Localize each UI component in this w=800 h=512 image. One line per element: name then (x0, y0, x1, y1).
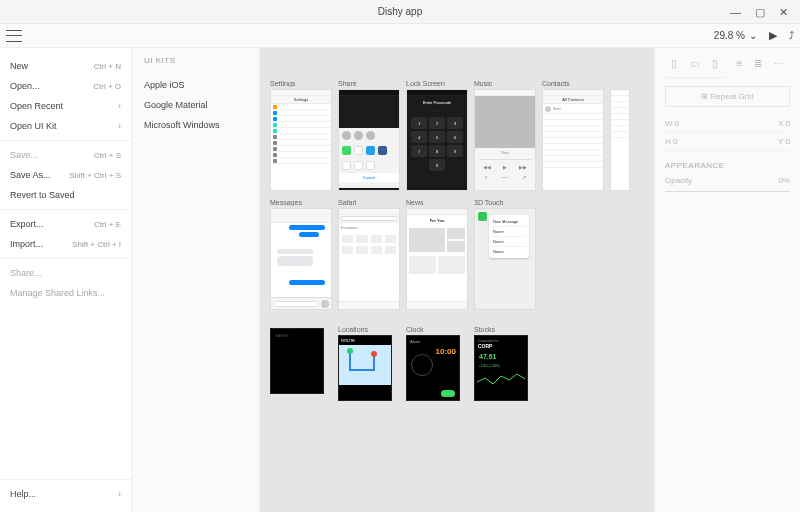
messages-icon (478, 212, 487, 221)
minimize-button[interactable]: — (730, 6, 741, 18)
artboard-messages[interactable]: Messages (270, 199, 332, 310)
inspector-panel: ▯▭▯ ≡≣⋯ ⊞ Repeat Grid W 0X 0 H 0Y 0 APPE… (654, 48, 800, 512)
title-bar: Dishy app — ▢ ✕ (0, 0, 800, 24)
share-button[interactable]: ⤴ (789, 30, 794, 41)
toolbar: 29.8 % ⌄ ▶ ⤴ (0, 24, 800, 48)
size-row-h[interactable]: H 0Y 0 (665, 133, 790, 151)
uikit-item-google[interactable]: Google Material (144, 95, 247, 115)
menu-shared-links[interactable]: Manage Shared Links... (0, 283, 131, 303)
window-title: Dishy app (378, 6, 422, 17)
menu-open-uikit[interactable]: Open UI Kit› (0, 116, 131, 136)
artboard-music[interactable]: Music Text ◀◀▶▶▶ ♫──↗ (474, 80, 536, 191)
menu-import[interactable]: Import...Shift + Ctrl + I (0, 234, 131, 254)
artboard-lockscreen[interactable]: Lock Screen Enter Passcode ○ ○ ○ ○ 123 4… (406, 80, 468, 191)
artboard-clock[interactable]: Clock Alarm 10:00 (406, 326, 468, 401)
repeat-grid-button[interactable]: ⊞ Repeat Grid (665, 86, 790, 107)
window-controls: — ▢ ✕ (730, 0, 796, 24)
menu-open-recent[interactable]: Open Recent› (0, 96, 131, 116)
canvas[interactable]: Settings Settings Share (260, 48, 654, 512)
zoom-control[interactable]: 29.8 % ⌄ (714, 30, 757, 41)
uikit-item-apple[interactable]: Apple iOS (144, 75, 247, 95)
appearance-header: APPEARANCE (665, 161, 790, 170)
menu-new[interactable]: NewCtrl + N (0, 56, 131, 76)
artboard-3dtouch[interactable]: 3D Touch New Message Name Name Name (474, 199, 536, 310)
menu-revert[interactable]: Revert to Saved (0, 185, 131, 205)
menu-help[interactable]: Help...› (0, 484, 131, 504)
artboard-news[interactable]: News For You (406, 199, 468, 310)
chevron-down-icon: ⌄ (749, 30, 757, 41)
opacity-slider[interactable] (665, 191, 790, 192)
artboard-settings[interactable]: Settings Settings (270, 80, 332, 191)
artboard-grid: Settings Settings Share (270, 80, 644, 401)
artboard-share[interactable]: Share Cancel (338, 80, 400, 191)
menu-save[interactable]: Save...Ctrl + S (0, 145, 131, 165)
menu-open[interactable]: Open...Ctrl + O (0, 76, 131, 96)
menu-save-as[interactable]: Save As...Shift + Ctrl + S (0, 165, 131, 185)
uikit-header: UI KITS (144, 56, 247, 65)
uikit-submenu: UI KITS Apple iOS Google Material Micros… (132, 48, 260, 512)
opacity-control[interactable]: Opacity0% (665, 176, 790, 185)
uikit-item-microsoft[interactable]: Microsoft Windows (144, 115, 247, 135)
artboard-watch-blank[interactable]: SAGES (270, 326, 332, 401)
size-row-w[interactable]: W 0X 0 (665, 115, 790, 133)
align-icons[interactable]: ▯▭▯ (665, 54, 725, 78)
artboard-sliver[interactable] (610, 80, 630, 191)
artboard-locations[interactable]: Locations ROUTE (338, 326, 400, 401)
artboard-contacts[interactable]: Contacts All Contacts Name (542, 80, 604, 191)
artboard-safari[interactable]: Safari Favorites (338, 199, 400, 310)
distribute-icons[interactable]: ≡≣⋯ (731, 54, 791, 77)
maximize-button[interactable]: ▢ (755, 6, 765, 19)
hamburger-icon[interactable] (6, 30, 22, 42)
file-menu: NewCtrl + N Open...Ctrl + O Open Recent›… (0, 48, 132, 512)
artboard-stocks[interactable]: Stocks Corporation Inc CORP 47.61 +1.02 … (474, 326, 536, 401)
3dtouch-menu: New Message Name Name Name (489, 215, 529, 258)
toolbar-right: 29.8 % ⌄ ▶ ⤴ (714, 29, 794, 42)
play-button[interactable]: ▶ (769, 29, 777, 42)
close-button[interactable]: ✕ (779, 6, 788, 19)
menu-share[interactable]: Share... (0, 263, 131, 283)
zoom-value: 29.8 % (714, 30, 745, 41)
menu-export[interactable]: Export...Ctrl + E (0, 214, 131, 234)
